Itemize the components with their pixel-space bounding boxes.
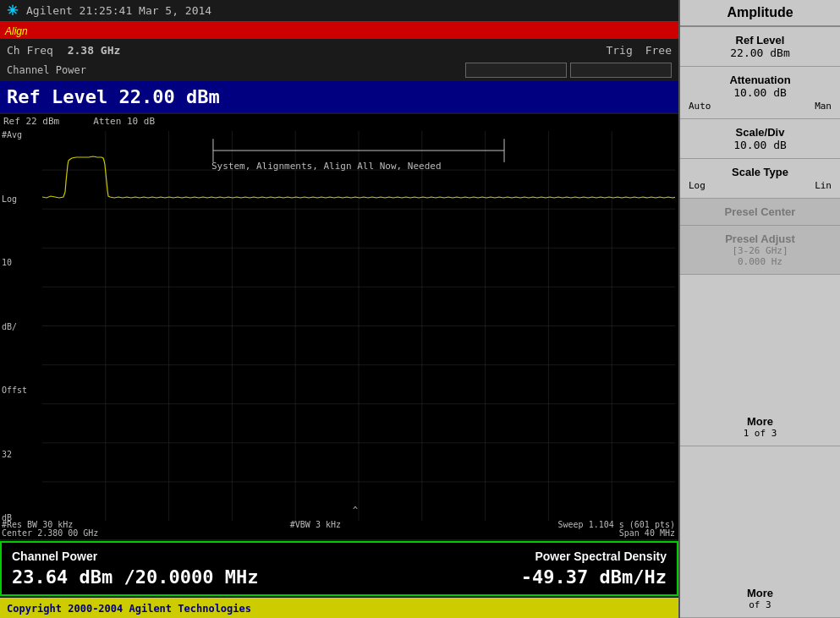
ch-freq-row: Ch Freq 2.38 GHz Trig Free bbox=[0, 39, 678, 61]
header-bar: ✳ Agilent 21:25:41 Mar 5, 2014 bbox=[0, 0, 678, 22]
sidebar-ref-level-label: Ref Level bbox=[689, 34, 832, 46]
sidebar-more2-button[interactable]: More of 3 bbox=[680, 580, 840, 618]
cp-result-channel-label: Channel Power bbox=[12, 550, 97, 563]
sidebar-atten-label: Attenuation bbox=[689, 74, 832, 86]
sidebar-title: Amplitude bbox=[680, 0, 840, 27]
ch-freq-value: 2.38 GHz bbox=[68, 44, 121, 57]
channel-power-boxes bbox=[465, 63, 672, 78]
sidebar-atten-sub: Auto Man bbox=[689, 101, 832, 112]
ch-freq-label: Ch Freq bbox=[7, 44, 53, 57]
spectrum-svg: System, Alignments, Align All Now, Neede… bbox=[42, 131, 675, 521]
sidebar: Amplitude Ref Level 22.00 dBm Attenuatio… bbox=[680, 0, 840, 618]
sidebar-item-scale-type[interactable]: Scale Type Log Lin bbox=[680, 159, 840, 199]
align-bar: Align bbox=[0, 22, 678, 39]
avg-label: #Avg bbox=[2, 131, 27, 139]
cp-result-psd-value: -49.37 dBm/Hz bbox=[521, 566, 667, 588]
sidebar-ref-level-value: 22.00 dBm bbox=[689, 46, 832, 59]
trig-label: Trig bbox=[606, 44, 632, 57]
cp-result-values: 23.64 dBm /20.0000 MHz -49.37 dBm/Hz bbox=[12, 566, 667, 588]
scale-label: 10 bbox=[2, 259, 27, 267]
sidebar-more-button[interactable]: More 1 of 3 bbox=[680, 408, 840, 446]
sidebar-scale-lin[interactable]: Lin bbox=[815, 180, 832, 191]
sidebar-title-text: Amplitude bbox=[727, 5, 793, 19]
cp-result-box: Channel Power Power Spectral Density 23.… bbox=[0, 541, 678, 596]
spectrum-container: Ref 22 dBm Atten 10 dB #Avg Log 10 dB/ O… bbox=[0, 114, 678, 539]
sidebar-scale-log[interactable]: Log bbox=[689, 180, 705, 191]
trig-value: Free bbox=[645, 44, 672, 57]
offst-value: 32 bbox=[2, 451, 27, 459]
cp-result-top: Channel Power Power Spectral Density bbox=[12, 550, 667, 563]
copyright-text: Copyright 2000-2004 Agilent Technologies bbox=[7, 603, 251, 615]
sidebar-presel-adjust-label: Presel Adjust bbox=[689, 232, 832, 245]
db-label: dB/ bbox=[2, 323, 27, 331]
cp-result-psd-label: Power Spectral Density bbox=[535, 550, 667, 563]
spectrum-info-top: Ref 22 dBm Atten 10 dB bbox=[3, 116, 155, 127]
y-axis-labels: #Avg Log 10 dB/ Offst 32 dB bbox=[2, 131, 27, 522]
cp-box-1 bbox=[465, 63, 567, 78]
sidebar-item-presel-adjust: Presel Adjust [3-26 GHz] 0.000 Hz bbox=[680, 226, 840, 275]
sidebar-more2-label: More bbox=[689, 587, 832, 599]
span-label: Span 40 MHz bbox=[619, 528, 675, 538]
sidebar-scale-div-label: Scale/Div bbox=[689, 126, 832, 139]
svg-text:System, Alignments, Align All : System, Alignments, Align All Now, Neede… bbox=[211, 161, 442, 172]
sidebar-atten-value: 10.00 dB bbox=[689, 86, 832, 99]
sidebar-item-presel-center: Presel Center bbox=[680, 199, 840, 226]
sidebar-atten-auto[interactable]: Auto bbox=[689, 101, 711, 112]
ref-level-display: Ref Level 22.00 dBm bbox=[0, 81, 678, 112]
channel-power-label: Channel Power bbox=[7, 64, 86, 76]
cp-box-2 bbox=[570, 63, 672, 78]
res-bw-label: #Res BW 30 kHz bbox=[2, 520, 73, 529]
sidebar-item-ref-level[interactable]: Ref Level 22.00 dBm bbox=[680, 27, 840, 67]
ref-level-text: Ref Level 22.00 dBm bbox=[7, 86, 220, 107]
sidebar-atten-man[interactable]: Man bbox=[815, 101, 832, 112]
ref-label: Ref 22 dBm bbox=[3, 116, 59, 127]
vbw-label: #VBW 3 kHz bbox=[290, 520, 341, 529]
sidebar-scale-div-value: 10.00 dB bbox=[689, 139, 832, 151]
align-text: Align bbox=[5, 25, 28, 37]
sidebar-scale-type-sub: Log Lin bbox=[689, 180, 832, 191]
sweep-label: Sweep 1.104 s (601 pts) bbox=[558, 520, 675, 529]
sidebar-item-attenuation[interactable]: Attenuation 10.00 dB Auto Man bbox=[680, 67, 840, 119]
channel-power-row: Channel Power bbox=[0, 61, 678, 79]
spectrum-bottom-info: Center 2.380 00 GHz Span 40 MHz bbox=[2, 528, 675, 538]
sidebar-more-value: 1 of 3 bbox=[689, 428, 832, 439]
sidebar-more2-value: of 3 bbox=[689, 599, 832, 610]
sidebar-presel-adjust-sub2: 0.000 Hz bbox=[689, 256, 832, 267]
agilent-icon: ✳ bbox=[7, 3, 18, 19]
log-label: Log bbox=[2, 195, 27, 204]
sidebar-more-label: More bbox=[689, 415, 832, 428]
sidebar-presel-adjust-sub1: [3-26 GHz] bbox=[689, 245, 832, 256]
spectrum-bottom-info-2: #Res BW 30 kHz #VBW 3 kHz Sweep 1.104 s … bbox=[2, 520, 675, 529]
cp-result-channel-value: 23.64 dBm /20.0000 MHz bbox=[12, 566, 258, 588]
atten-label: Atten 10 dB bbox=[93, 116, 155, 127]
center-label: Center 2.380 00 GHz bbox=[2, 528, 98, 538]
offst-label: Offst bbox=[2, 386, 27, 395]
header-title: Agilent 21:25:41 Mar 5, 2014 bbox=[26, 4, 211, 17]
sidebar-item-scale-div[interactable]: Scale/Div 10.00 dB bbox=[680, 119, 840, 159]
sidebar-presel-center-label: Presel Center bbox=[689, 205, 832, 218]
copyright-bar: Copyright 2000-2004 Agilent Technologies bbox=[0, 598, 678, 618]
sidebar-scale-type-label: Scale Type bbox=[689, 166, 832, 178]
svg-text:^: ^ bbox=[353, 506, 358, 515]
